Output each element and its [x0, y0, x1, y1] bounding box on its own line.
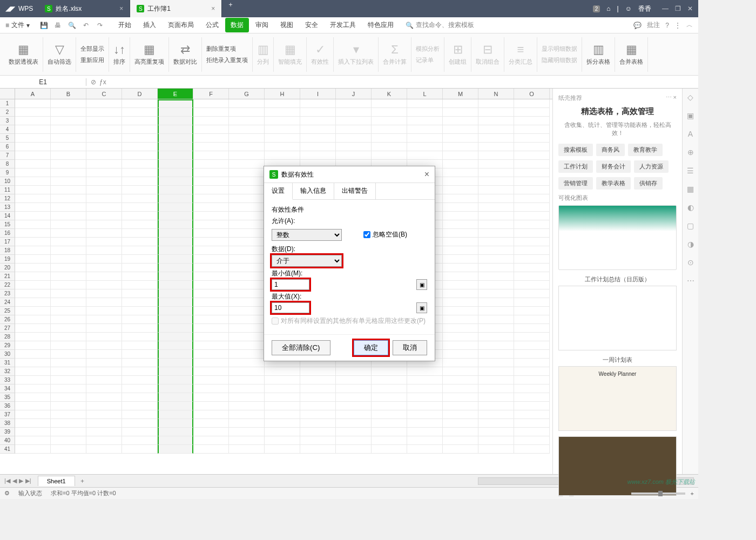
tag[interactable]: 营销管理: [558, 177, 593, 190]
cell[interactable]: [122, 307, 158, 315]
cell[interactable]: [336, 419, 372, 428]
row-header[interactable]: 30: [0, 350, 15, 359]
cell[interactable]: [443, 238, 478, 246]
cell[interactable]: [122, 393, 158, 402]
cell[interactable]: [372, 402, 407, 410]
simulate-button[interactable]: 模拟分析: [416, 45, 440, 53]
cell[interactable]: [407, 367, 443, 376]
cell[interactable]: [15, 125, 51, 134]
cell[interactable]: [514, 143, 550, 151]
cell[interactable]: [478, 307, 514, 315]
cell[interactable]: [265, 384, 300, 393]
cell[interactable]: [193, 333, 229, 341]
cell[interactable]: [514, 350, 550, 359]
template-thumb-4[interactable]: [558, 436, 677, 496]
cell[interactable]: [514, 255, 550, 264]
settings-icon[interactable]: ⚙: [4, 490, 10, 497]
cell[interactable]: [300, 151, 336, 160]
tab-layout[interactable]: 页面布局: [163, 18, 199, 32]
cell[interactable]: [51, 255, 86, 264]
cell[interactable]: [372, 108, 407, 117]
cell[interactable]: [122, 419, 158, 428]
column-header[interactable]: E: [158, 89, 193, 99]
cell[interactable]: [300, 402, 336, 410]
cell[interactable]: [229, 402, 265, 410]
template-thumb-1[interactable]: [558, 205, 677, 270]
allow-select[interactable]: 整数: [272, 229, 342, 241]
cell[interactable]: [158, 402, 193, 410]
cell[interactable]: [15, 168, 51, 177]
cell[interactable]: [229, 359, 265, 367]
cell[interactable]: [514, 203, 550, 212]
cell[interactable]: [86, 410, 122, 419]
cell[interactable]: [300, 436, 336, 445]
cell[interactable]: [15, 194, 51, 203]
cell[interactable]: [51, 289, 86, 298]
cell[interactable]: [51, 410, 86, 419]
cell[interactable]: [15, 333, 51, 341]
cell[interactable]: [158, 410, 193, 419]
zoom-in-icon[interactable]: +: [691, 490, 694, 497]
cell[interactable]: [51, 212, 86, 220]
cell[interactable]: [122, 289, 158, 298]
cell[interactable]: [51, 445, 86, 454]
cell[interactable]: [372, 117, 407, 125]
cell[interactable]: [407, 410, 443, 419]
cell[interactable]: [372, 410, 407, 419]
select-all-corner[interactable]: [0, 89, 15, 99]
cell[interactable]: [229, 203, 265, 212]
cell[interactable]: [229, 246, 265, 255]
cell[interactable]: [407, 445, 443, 454]
cell[interactable]: [229, 220, 265, 229]
cell[interactable]: [514, 134, 550, 143]
cell[interactable]: [193, 428, 229, 436]
row-header[interactable]: 9: [0, 168, 15, 177]
clear-all-button[interactable]: 全部清除(C): [272, 340, 330, 355]
cell[interactable]: [300, 117, 336, 125]
cell[interactable]: [443, 134, 478, 143]
cell[interactable]: [86, 324, 122, 333]
cell[interactable]: [443, 203, 478, 212]
cell[interactable]: [514, 307, 550, 315]
cell[interactable]: [300, 376, 336, 384]
cell[interactable]: [443, 367, 478, 376]
cell[interactable]: [86, 143, 122, 151]
cell[interactable]: [193, 359, 229, 367]
create-group-button[interactable]: ⊞创建组: [444, 37, 471, 72]
cell[interactable]: [15, 246, 51, 255]
cell[interactable]: [51, 134, 86, 143]
cell[interactable]: [229, 108, 265, 117]
cell[interactable]: [514, 264, 550, 272]
cell[interactable]: [478, 255, 514, 264]
cell[interactable]: [265, 108, 300, 117]
cell[interactable]: [158, 212, 193, 220]
cell[interactable]: [51, 160, 86, 168]
data-compare-button[interactable]: ⇄数据对比: [169, 37, 202, 72]
cell[interactable]: [158, 238, 193, 246]
row-header[interactable]: 16: [0, 229, 15, 238]
cell[interactable]: [300, 445, 336, 454]
cell[interactable]: [443, 333, 478, 341]
cell[interactable]: [514, 324, 550, 333]
cell[interactable]: [158, 307, 193, 315]
showall-button[interactable]: 全部显示: [80, 45, 104, 53]
cell[interactable]: [478, 238, 514, 246]
cell[interactable]: [478, 333, 514, 341]
cell[interactable]: [514, 177, 550, 186]
cell[interactable]: [158, 367, 193, 376]
cell[interactable]: [86, 134, 122, 143]
cell[interactable]: [15, 367, 51, 376]
cell[interactable]: [336, 134, 372, 143]
tag[interactable]: 供销存: [634, 177, 663, 190]
cell[interactable]: [15, 419, 51, 428]
tab-formula[interactable]: 公式: [200, 18, 224, 32]
cell[interactable]: [51, 402, 86, 410]
tab-review[interactable]: 审阅: [250, 18, 274, 32]
cell[interactable]: [443, 272, 478, 281]
cell[interactable]: [229, 428, 265, 436]
cell[interactable]: [86, 428, 122, 436]
cell[interactable]: [15, 428, 51, 436]
cell[interactable]: [122, 229, 158, 238]
cell[interactable]: [265, 436, 300, 445]
show-detail-button[interactable]: 显示明细数据: [542, 45, 577, 53]
